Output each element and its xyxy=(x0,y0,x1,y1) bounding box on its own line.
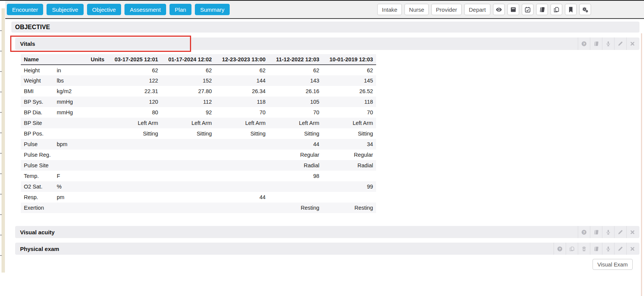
window-top-border xyxy=(0,0,644,1)
bookmark-icon[interactable] xyxy=(565,4,577,15)
table-row: BP Dia.mmHg8092707070 xyxy=(21,107,376,118)
close-icon[interactable] xyxy=(626,226,638,238)
stage-button[interactable]: Nurse xyxy=(404,4,429,15)
help-icon[interactable]: ? xyxy=(578,37,590,50)
visual-exam-button[interactable]: Visual Exam xyxy=(593,259,633,270)
vitals-section-bar[interactable]: Vitals ? xyxy=(15,37,639,50)
table-row: BP Sys.mmHg120112118105118 xyxy=(21,97,376,107)
vital-value-cell: 62 xyxy=(107,65,161,75)
table-row: Resp.pm44 xyxy=(21,192,376,203)
nav-tab-button[interactable]: Plan xyxy=(170,4,191,15)
book-icon[interactable] xyxy=(590,37,602,50)
vital-units-cell: kg/m2 xyxy=(54,86,107,97)
vital-value-cell xyxy=(161,139,215,150)
vital-name-cell: BMI xyxy=(21,86,54,97)
help-icon[interactable]: ? xyxy=(554,243,566,255)
close-icon[interactable] xyxy=(626,37,638,50)
vital-value-cell: Regular xyxy=(322,150,376,160)
eye-icon[interactable] xyxy=(493,4,505,15)
vital-value-cell xyxy=(107,150,161,160)
svg-text:?: ? xyxy=(559,247,561,251)
vital-value-cell xyxy=(161,150,215,160)
stage-button[interactable]: Intake xyxy=(377,4,402,15)
table-row: ExertionRestingResting xyxy=(21,203,376,213)
column-header: Units xyxy=(54,54,107,65)
table-row: O2 Sat.%99 xyxy=(21,181,376,192)
vital-value-cell: 70 xyxy=(215,107,269,118)
archive-icon[interactable] xyxy=(507,4,519,15)
nav-tab-button[interactable]: Assessment xyxy=(124,4,166,15)
vital-value-cell xyxy=(215,203,269,213)
stage-button[interactable]: Provider xyxy=(431,4,462,15)
calendar-check-icon[interactable] xyxy=(522,4,534,15)
vital-value-cell: Sitting xyxy=(107,128,161,139)
nav-tab-button[interactable]: Encounter xyxy=(7,4,43,15)
vital-units-cell: mmHg xyxy=(54,107,107,118)
microphone-icon[interactable] xyxy=(602,226,614,238)
pencil-icon[interactable] xyxy=(614,243,626,255)
left-ruler-ticks xyxy=(0,11,2,266)
microphone-icon[interactable] xyxy=(602,243,614,255)
book-icon[interactable] xyxy=(536,4,548,15)
vital-value-cell: 92 xyxy=(161,107,215,118)
vital-value-cell xyxy=(269,192,322,203)
vital-value-cell xyxy=(269,181,322,192)
vital-value-cell xyxy=(322,171,376,181)
vital-value-cell: Sitting xyxy=(161,128,215,139)
vital-value-cell xyxy=(161,160,215,171)
encounter-toolbar: EncounterSubjectiveObjectiveAssessmentPl… xyxy=(0,1,644,19)
vital-name-cell: BP Sys. xyxy=(21,97,54,107)
vital-value-cell: 118 xyxy=(215,97,269,107)
vital-value-cell xyxy=(107,181,161,192)
vitals-table-header-row: NameUnits03-17-2025 12:0101-17-2024 12:0… xyxy=(21,54,376,65)
vital-units-cell xyxy=(54,118,107,128)
vital-value-cell: Left Arm xyxy=(322,118,376,128)
column-header: 03-17-2025 12:01 xyxy=(107,54,161,65)
vital-value-cell: 62 xyxy=(322,65,376,75)
vital-value-cell: 62 xyxy=(215,65,269,75)
gears-icon[interactable] xyxy=(579,4,591,15)
vital-value-cell: 26.34 xyxy=(215,86,269,97)
vital-value-cell: 145 xyxy=(322,75,376,86)
microphone-icon[interactable] xyxy=(602,37,614,50)
physical-exam-section-bar[interactable]: Physical exam ? xyxy=(15,243,639,255)
copy-icon[interactable] xyxy=(551,4,562,15)
vitals-section-title: Vitals xyxy=(20,41,35,47)
book-icon[interactable] xyxy=(590,226,602,238)
vital-value-cell: 44 xyxy=(269,139,322,150)
vital-value-cell xyxy=(161,203,215,213)
vital-value-cell: 120 xyxy=(107,97,161,107)
visual-acuity-section-bar[interactable]: Visual acuity ? xyxy=(15,226,639,238)
vital-value-cell: 27.80 xyxy=(161,86,215,97)
table-row: Weightlbs122152144143145 xyxy=(21,75,376,86)
book-icon[interactable] xyxy=(590,243,602,255)
copy-icon[interactable] xyxy=(566,243,578,255)
nav-tab-button[interactable]: Subjective xyxy=(47,4,83,15)
vital-units-cell: lbs xyxy=(54,75,107,86)
vital-value-cell xyxy=(161,181,215,192)
trash-icon[interactable] xyxy=(578,243,590,255)
vital-name-cell: Weight xyxy=(21,75,54,86)
vital-units-cell xyxy=(54,150,107,160)
pencil-icon[interactable] xyxy=(614,226,626,238)
vital-value-cell xyxy=(322,192,376,203)
vital-name-cell: BP Site xyxy=(21,118,54,128)
vital-value-cell: 26.52 xyxy=(322,86,376,97)
vital-value-cell: 122 xyxy=(107,75,161,86)
vital-value-cell: Radial xyxy=(269,160,322,171)
column-header: 10-01-2019 12:03 xyxy=(322,54,376,65)
table-row: BMIkg/m222.3127.8026.3426.1626.52 xyxy=(21,86,376,97)
vital-name-cell: Pulse xyxy=(21,139,54,150)
stage-button[interactable]: Depart xyxy=(464,4,490,15)
vital-value-cell: 152 xyxy=(161,75,215,86)
nav-tab-button[interactable]: Objective xyxy=(87,4,121,15)
svg-text:?: ? xyxy=(583,230,585,234)
vital-value-cell xyxy=(161,171,215,181)
close-icon[interactable] xyxy=(626,243,638,255)
help-icon[interactable]: ? xyxy=(578,226,590,238)
vital-value-cell: 44 xyxy=(215,192,269,203)
nav-tab-button[interactable]: Summary xyxy=(195,4,230,15)
vertical-scrollbar[interactable] xyxy=(641,20,644,296)
encounter-nav-group: EncounterSubjectiveObjectiveAssessmentPl… xyxy=(7,4,230,15)
pencil-icon[interactable] xyxy=(614,37,626,50)
